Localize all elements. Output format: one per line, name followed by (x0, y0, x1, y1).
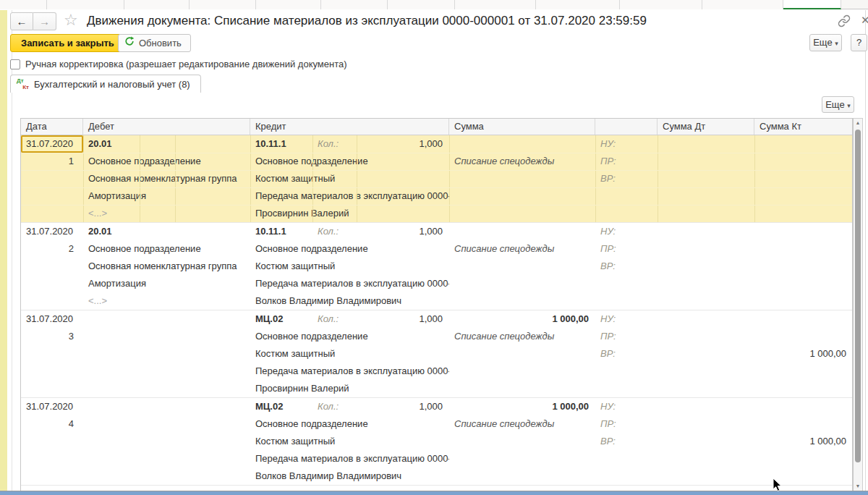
save-and-close-button[interactable]: Записать и закрыть (10, 34, 125, 52)
column-header[interactable]: Сумма Кт (754, 119, 853, 135)
app-tab[interactable] (388, 0, 455, 9)
get-link-icon[interactable] (838, 14, 851, 30)
cell-date[interactable]: 31.07.2020 (21, 398, 83, 415)
cell-amount[interactable]: 1 000,00 (449, 398, 595, 415)
cell-credit-attr[interactable]: Просвирнин Валерий (250, 205, 449, 222)
app-tab[interactable] (124, 0, 190, 9)
cell-row-number[interactable]: 4 (21, 415, 83, 433)
cell-date[interactable]: 31.07.2020 (21, 135, 83, 153)
app-tab-active[interactable] (783, 0, 841, 9)
app-tab[interactable] (620, 0, 702, 9)
column-header[interactable]: Дата (21, 119, 83, 135)
column-header[interactable]: Кредит (250, 119, 449, 135)
tab-accounting-tax[interactable]: ДтКт Бухгалтерский и налоговый учет (8) (10, 75, 201, 93)
cell-amount[interactable] (449, 223, 595, 240)
column-header[interactable]: Дебет (83, 119, 250, 135)
more-button[interactable]: Еще ▾ (809, 34, 842, 51)
forward-button[interactable]: → (33, 12, 56, 30)
app-tab[interactable] (47, 0, 124, 9)
cell-debit-attr[interactable]: Основная номенклатурная группа (83, 258, 250, 275)
cell-date[interactable]: 31.07.2020 (21, 223, 83, 240)
movement-group[interactable]: 31.07.2020МЦ.02Кол.:1,0001 000,00НУ:4Спи… (21, 398, 852, 486)
cell-debit-account[interactable] (83, 310, 250, 328)
cell-credit-attr[interactable]: Передача материалов в эксплуатацию 0000-… (250, 187, 449, 205)
cell-vr-label[interactable]: ВР: (595, 170, 658, 187)
column-header[interactable] (595, 119, 658, 135)
cell-vr-label[interactable]: ВР: (595, 258, 658, 275)
cell-debit-attr[interactable]: <...> (83, 292, 250, 310)
cell-debit-attr[interactable]: Амортизация (83, 187, 250, 205)
cell-sum-kt[interactable]: 1 000,00 (754, 433, 853, 450)
column-header[interactable]: Сумма Дт (658, 119, 754, 135)
scroll-up-icon[interactable]: ▲ (854, 120, 862, 125)
movement-group[interactable]: 31.07.2020МЦ.02Кол.:1,0001 000,00НУ:3Спи… (21, 310, 852, 398)
cell-credit-attr[interactable]: Костюм защитный (250, 345, 449, 363)
cell-qty-value[interactable]: 1,000 (357, 223, 449, 240)
cell-pr-label[interactable]: ПР: (595, 153, 658, 170)
cell-debit-attr[interactable] (83, 433, 250, 450)
cell-nu-label[interactable]: НУ: (595, 310, 658, 328)
cell-debit-attr[interactable] (83, 450, 250, 468)
refresh-button[interactable]: Обновить (118, 34, 191, 52)
cell-qty-label[interactable]: Кол.: (312, 398, 357, 415)
cell-credit-attr[interactable]: Костюм защитный (250, 258, 449, 275)
cell-credit-account[interactable]: 10.11.1 (250, 223, 312, 240)
cell-debit-account[interactable]: 20.01 (83, 135, 250, 153)
cell-qty-label[interactable]: Кол.: (312, 135, 357, 153)
cell-comment[interactable]: Списание спецодежды (449, 328, 595, 345)
cell-qty-value[interactable]: 1,000 (357, 135, 449, 153)
app-tab[interactable] (256, 0, 321, 9)
cell-debit-attr[interactable]: Основное подразделение (83, 153, 250, 170)
cell-nu-label[interactable]: НУ: (595, 135, 658, 153)
cell-credit-attr[interactable]: Просвирнин Валерий (250, 380, 449, 397)
cell-amount[interactable] (449, 135, 595, 153)
app-tab[interactable] (455, 0, 536, 9)
cell-credit-attr[interactable]: Основное подразделение (250, 328, 449, 345)
cell-credit-attr[interactable]: Основное подразделение (250, 240, 449, 258)
cell-debit-attr[interactable] (83, 468, 250, 485)
cell-qty-label[interactable]: Кол.: (312, 310, 357, 328)
cell-debit-account[interactable] (83, 398, 250, 415)
cell-row-number[interactable]: 3 (21, 328, 83, 345)
help-button[interactable]: ? (851, 34, 867, 51)
cell-credit-attr[interactable]: Волков Владимир Владимирович (250, 292, 449, 310)
app-tab[interactable] (321, 0, 388, 9)
cell-comment[interactable]: Списание спецодежды (449, 153, 595, 170)
cell-debit-attr[interactable]: Амортизация (83, 275, 250, 292)
cell-row-number[interactable]: 2 (21, 240, 83, 258)
cell-debit-account[interactable]: 20.01 (83, 223, 250, 240)
cell-credit-attr[interactable]: Волков Владимир Владимирович (250, 468, 449, 485)
app-tab[interactable] (702, 0, 783, 9)
cell-sum-kt[interactable] (754, 170, 853, 187)
cell-sum-kt[interactable]: 1 000,00 (754, 345, 853, 363)
favorite-star-icon[interactable]: ☆ (64, 11, 78, 30)
cell-pr-label[interactable]: ПР: (595, 415, 658, 433)
cell-amount[interactable]: 1 000,00 (449, 310, 595, 328)
cell-credit-attr[interactable]: Костюм защитный (250, 433, 449, 450)
cell-nu-label[interactable]: НУ: (595, 398, 658, 415)
cell-credit-attr[interactable]: Передача материалов в эксплуатацию 0000-… (250, 275, 449, 292)
vertical-scrollbar[interactable]: ▲ ▼ (853, 118, 863, 491)
cell-debit-attr[interactable]: <...> (83, 205, 250, 222)
cell-debit-attr[interactable] (83, 363, 250, 380)
cell-vr-label[interactable]: ВР: (595, 345, 658, 363)
cell-date[interactable]: 31.07.2020 (21, 310, 83, 328)
cell-debit-attr[interactable] (83, 380, 250, 397)
cell-credit-attr[interactable]: Костюм защитный (250, 170, 449, 187)
cell-qty-value[interactable]: 1,000 (357, 398, 449, 415)
cell-nu-label[interactable]: НУ: (595, 223, 658, 240)
app-tab[interactable] (190, 0, 256, 9)
cell-credit-account[interactable]: МЦ.02 (250, 398, 312, 415)
back-button[interactable]: ← (10, 12, 33, 30)
cell-pr-label[interactable]: ПР: (595, 328, 658, 345)
cell-vr-label[interactable]: ВР: (595, 433, 658, 450)
cell-qty-value[interactable]: 1,000 (357, 310, 449, 328)
cell-debit-attr[interactable] (83, 415, 250, 433)
app-tab[interactable] (536, 0, 620, 9)
manual-adjustment-checkbox[interactable] (10, 59, 20, 69)
column-header[interactable]: Сумма (449, 119, 595, 135)
app-tab[interactable] (0, 0, 47, 9)
cell-comment[interactable]: Списание спецодежды (449, 415, 595, 433)
cell-sum-kt[interactable] (754, 258, 853, 275)
cell-credit-attr[interactable]: Основное подразделение (250, 153, 449, 170)
